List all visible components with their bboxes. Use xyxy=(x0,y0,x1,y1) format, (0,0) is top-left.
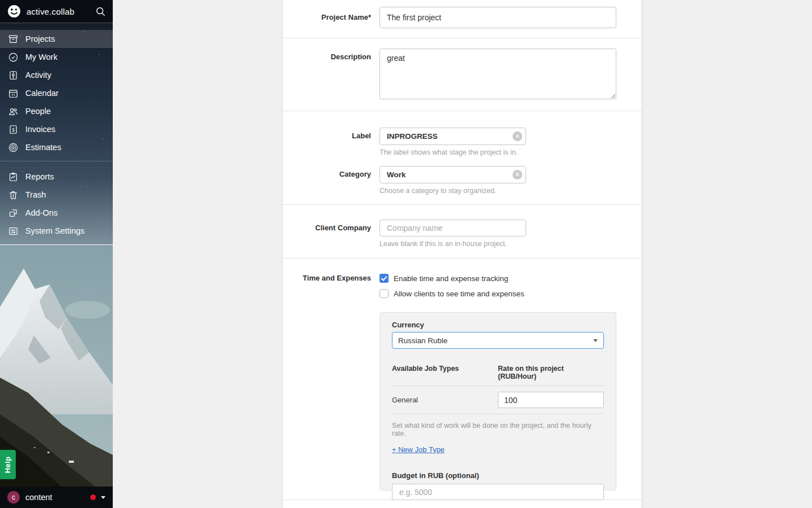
sidebar-item-label: My Work xyxy=(25,52,58,62)
my-work-icon xyxy=(7,51,19,63)
currency-label: Currency xyxy=(392,321,604,329)
clear-category-icon[interactable]: ✕ xyxy=(513,170,522,179)
label-field-label: Label xyxy=(283,128,379,156)
sidebar-item-label: Reports xyxy=(25,172,54,181)
section-next-partial xyxy=(283,500,642,507)
job-types-help-text: Set what kind of work will be done on th… xyxy=(392,422,604,437)
sidebar-item-label: System Settings xyxy=(25,226,85,235)
activity-icon xyxy=(7,69,19,81)
sidebar-item-system-settings[interactable]: System Settings xyxy=(0,222,113,240)
sidebar-item-add-ons[interactable]: Add-Ons xyxy=(0,204,113,222)
allow-clients-checkbox-row[interactable]: Allow clients to see time and expenses xyxy=(379,288,642,299)
sidebar-item-calendar[interactable]: Calendar xyxy=(0,84,113,102)
app-name: active.collab xyxy=(27,7,95,16)
main-nav: Projects My Work xyxy=(0,23,113,240)
rate-column-header: Rate on this project (RUB/Hour) xyxy=(498,365,604,380)
sidebar-item-label: People xyxy=(25,107,51,116)
select-caret-icon xyxy=(593,339,598,342)
client-company-label: Client Company xyxy=(283,220,379,258)
sidebar-item-reports[interactable]: Reports xyxy=(0,168,113,186)
label-input[interactable] xyxy=(379,128,526,145)
projects-icon xyxy=(7,33,19,45)
project-name-input[interactable] xyxy=(379,7,616,28)
search-icon[interactable] xyxy=(95,6,105,16)
project-name-label: Project Name* xyxy=(283,7,379,38)
project-form-panel: Project Name* Description great Label ✕ … xyxy=(282,0,642,508)
system-settings-icon xyxy=(7,225,19,237)
sidebar-item-label: Calendar xyxy=(25,89,59,98)
avatar: c xyxy=(7,491,20,503)
svg-text:$: $ xyxy=(11,126,15,132)
help-tab[interactable]: Help xyxy=(0,450,16,479)
enable-tracking-checkbox-row[interactable]: Enable time and expense tracking xyxy=(379,273,642,283)
rate-input[interactable] xyxy=(498,392,604,408)
section-project-name: Project Name* xyxy=(283,0,642,38)
budget-input[interactable] xyxy=(392,484,604,500)
job-type-name: General xyxy=(392,396,498,404)
sidebar-item-invoices[interactable]: $ Invoices xyxy=(0,120,113,138)
section-label-category: Label ✕ The label shows what stage the p… xyxy=(283,111,642,205)
user-menu[interactable]: c content xyxy=(0,487,113,508)
sidebar: active.collab Projects xyxy=(0,0,113,508)
job-types-table-header: Available Job Types Rate on this project… xyxy=(392,365,604,386)
estimates-icon xyxy=(7,141,19,154)
category-label: Category xyxy=(283,166,379,195)
label-help-text: The label shows what stage the project i… xyxy=(379,148,642,156)
sidebar-item-trash[interactable]: Trash xyxy=(0,186,113,204)
description-textarea[interactable]: great xyxy=(379,49,616,99)
table-row: General xyxy=(392,386,604,414)
people-icon xyxy=(7,105,19,117)
job-types-column-header: Available Job Types xyxy=(392,365,498,380)
status-dot xyxy=(90,494,96,500)
sidebar-item-label: Trash xyxy=(25,190,46,199)
sidebar-nav-background: Projects My Work xyxy=(0,23,113,244)
description-label: Description xyxy=(283,49,379,111)
nav-divider xyxy=(0,161,113,161)
sidebar-header: active.collab xyxy=(0,0,113,23)
sidebar-item-my-work[interactable]: My Work xyxy=(0,48,113,66)
clear-label-icon[interactable]: ✕ xyxy=(513,132,522,141)
add-ons-icon xyxy=(7,207,19,219)
help-tab-label: Help xyxy=(4,456,12,472)
tracking-settings-panel: Currency Russian Ruble Available Job Typ… xyxy=(379,312,616,491)
client-company-help-text: Leave blank if this is an in-house proje… xyxy=(379,240,642,248)
sidebar-item-activity[interactable]: Activity xyxy=(0,66,113,84)
category-input[interactable] xyxy=(379,166,526,183)
sidebar-item-people[interactable]: People xyxy=(0,102,113,120)
new-job-type-link[interactable]: + New Job Type xyxy=(392,445,444,454)
allow-clients-label: Allow clients to see time and expenses xyxy=(394,290,524,298)
client-company-input[interactable] xyxy=(379,220,526,237)
budget-label: Budget in RUB (optional) xyxy=(392,471,604,480)
user-name: content xyxy=(25,493,90,502)
checkbox-checked-icon[interactable] xyxy=(379,274,389,283)
currency-selected-value: Russian Ruble xyxy=(398,336,593,345)
sidebar-mountain-photo xyxy=(0,244,113,487)
invoices-icon: $ xyxy=(7,123,19,135)
time-expenses-label: Time and Expenses xyxy=(283,273,379,500)
section-description: Description great xyxy=(283,38,642,111)
sidebar-item-label: Activity xyxy=(25,71,51,80)
chevron-down-icon[interactable] xyxy=(101,496,105,499)
reports-icon xyxy=(7,170,19,183)
category-help-text: Choose a category to stay organized. xyxy=(379,187,642,195)
sidebar-item-label: Invoices xyxy=(25,125,55,134)
sidebar-item-label: Estimates xyxy=(25,143,61,152)
sidebar-item-projects[interactable]: Projects xyxy=(0,30,113,48)
enable-tracking-label: Enable time and expense tracking xyxy=(394,274,508,283)
calendar-icon xyxy=(7,87,19,99)
section-time-expenses: Time and Expenses Enable time and expens… xyxy=(283,259,642,500)
sidebar-item-label: Projects xyxy=(25,34,55,43)
section-client-company: Client Company Leave blank if this is an… xyxy=(283,205,642,259)
sidebar-item-estimates[interactable]: Estimates xyxy=(0,138,113,156)
checkbox-unchecked-icon[interactable] xyxy=(379,289,389,298)
activecollab-logo xyxy=(7,5,21,18)
currency-select[interactable]: Russian Ruble xyxy=(392,332,604,349)
trash-icon xyxy=(7,189,19,201)
sidebar-item-label: Add-Ons xyxy=(25,208,58,217)
